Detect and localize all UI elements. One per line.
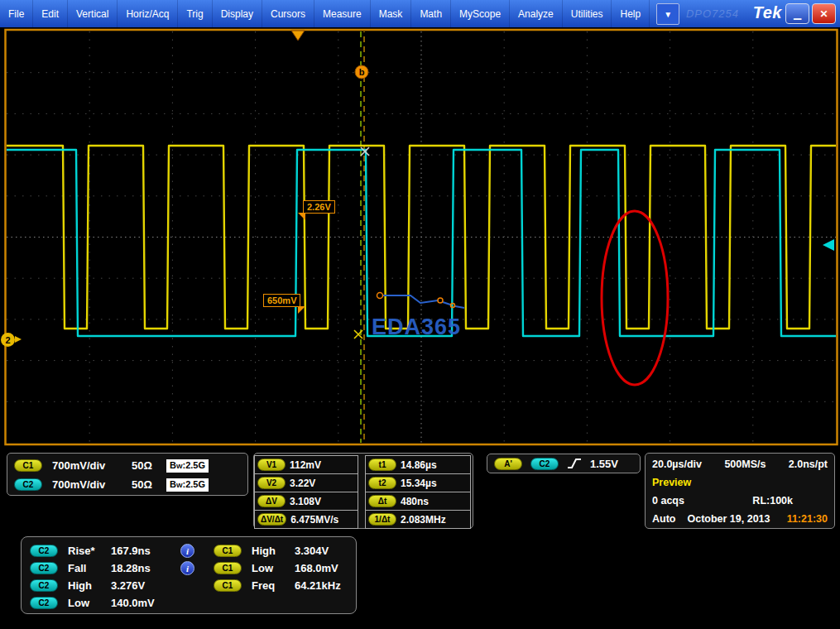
horizontal-panel: 20.0µs/div 500MS/s 2.0ns/pt Preview 0 ac… [645, 453, 835, 529]
bw-sub: W [176, 459, 183, 474]
model-watermark: DPO7254 [686, 7, 739, 20]
measurement-label: High [252, 545, 291, 557]
acq-mode: Preview [652, 477, 691, 488]
menu-item-cursors[interactable]: Cursors [262, 0, 314, 27]
trigger-panel: A' C2 1.55V [487, 454, 641, 473]
measurement-row: C2Fall18.28nsi [30, 559, 194, 577]
trigger-channel-badge[interactable]: C2 [530, 458, 559, 470]
eda365-watermark: EDA365 [372, 314, 461, 340]
measurement-row: C2Rise*167.9nsi [30, 542, 194, 559]
measurement-row: C2Low140.0mV [30, 594, 194, 612]
cursor-value: 480ns [401, 496, 429, 507]
cursor-badge[interactable]: ΔV/Δt [257, 513, 286, 526]
measurement-label: High [68, 579, 108, 592]
measurement-column-c1: C1High3.304VC1Low168.0mVC1Freq64.21kHz [214, 542, 354, 594]
bandwidth-limit: BW:2.5G [166, 459, 209, 473]
bw-sub: W [176, 478, 183, 493]
date-readout: October 19, 2013 [687, 513, 770, 525]
cursor-readout-cell: 1/Δt2.083MHz [365, 510, 471, 529]
tek-logo: Tek [753, 3, 782, 22]
vertical-row: C2700mV/div50ΩBW:2.5G [7, 475, 247, 494]
bw-prefix: B [170, 478, 176, 491]
measurement-value: 18.28ns [111, 562, 170, 574]
channel-badge-c1[interactable]: C1 [14, 459, 42, 472]
measurement-column-c2: C2Rise*167.9nsiC2Fall18.28nsiC2High3.276… [30, 542, 194, 612]
menu-item-display[interactable]: Display [213, 0, 262, 27]
close-button[interactable]: ✕ [812, 3, 836, 24]
record-length: RL:100k [752, 495, 793, 507]
cursor-badge[interactable]: Δt [368, 495, 396, 507]
menu-bar: FileEditVerticalHoriz/AcqTrigDisplayCurs… [0, 0, 840, 27]
cursor-time-column: t114.86µst215.34µsΔt480ns1/Δt2.083MHz [365, 456, 471, 529]
menu-item-trig[interactable]: Trig [178, 0, 212, 27]
clock-readout: 11:21:30 [787, 513, 828, 525]
menu-item-horizacq[interactable]: Horiz/Acq [118, 0, 178, 27]
menu-item-analyze[interactable]: Analyze [510, 0, 563, 27]
cursor-balloon-label: b [359, 67, 365, 77]
menu-item-help[interactable]: Help [612, 0, 650, 27]
cursor-badge[interactable]: V2 [257, 477, 286, 489]
measurement-value: 3.304V [295, 545, 354, 557]
cursor-value: 112mV [290, 459, 321, 471]
channel-badge-c2[interactable]: C2 [14, 478, 42, 491]
menu-item-mask[interactable]: Mask [371, 0, 412, 27]
menu-dropdown-button[interactable]: ▼ [656, 3, 679, 25]
measurement-value: 168.0mV [295, 562, 354, 574]
bw-value: :2.5G [183, 478, 206, 491]
oscilloscope-app: { "menu": { "items": ["File","Edit","Ver… [0, 0, 840, 629]
cursor-readout-cell: Δt480ns [365, 492, 471, 511]
channel-badge-c1[interactable]: C1 [214, 562, 242, 574]
sample-rate: 500MS/s [724, 459, 766, 470]
menu-item-file[interactable]: File [0, 0, 33, 27]
readout-area: C1700mV/div50ΩBW:2.5GC2700mV/div50ΩBW:2.… [0, 449, 840, 629]
info-icon[interactable]: i [180, 561, 194, 575]
channel-2-marker[interactable]: 2 [1, 333, 15, 347]
info-icon[interactable]: i [180, 544, 194, 558]
cursor-value: 14.86µs [401, 459, 437, 471]
termination: 50Ω [132, 478, 166, 491]
measurement-label: Rise* [68, 545, 108, 557]
vertical-scale: 700mV/div [52, 478, 132, 491]
timebase: 20.0µs/div [652, 459, 702, 470]
cursor-badge[interactable]: t1 [368, 459, 396, 471]
menu-item-myscope[interactable]: MyScope [451, 0, 510, 27]
channel-badge-c1[interactable]: C1 [214, 579, 242, 592]
menu-item-math[interactable]: Math [411, 0, 451, 27]
rising-edge-icon [567, 457, 582, 470]
trigger-source-badge[interactable]: A' [494, 458, 522, 470]
menu-item-utilities[interactable]: Utilities [563, 0, 612, 27]
menu-item-measure[interactable]: Measure [314, 0, 371, 27]
channel-badge-c1[interactable]: C1 [214, 545, 242, 557]
bw-value: :2.5G [183, 459, 206, 472]
channel-badge-c2[interactable]: C2 [30, 579, 58, 592]
channel-badge-c2[interactable]: C2 [30, 562, 58, 574]
cursor-readout-cell: V23.22V [254, 473, 358, 492]
cursor-value: 3.22V [290, 478, 315, 489]
voltage-tag-1: 2.26V [303, 200, 335, 214]
c2-level-arrow[interactable] [823, 239, 834, 251]
cursor-readout-cell: ΔV3.108V [254, 492, 358, 511]
cursor-badge[interactable]: 1/Δt [368, 513, 396, 526]
menu-item-vertical[interactable]: Vertical [68, 0, 118, 27]
channel-badge-c2[interactable]: C2 [30, 597, 58, 609]
channel-badge-c2[interactable]: C2 [30, 545, 58, 557]
cursor-badge[interactable]: t2 [368, 477, 396, 489]
waveform-display: b 2.26V 650mV EDA365 2 [0, 27, 840, 449]
cursor-value: 6.475MV/s [290, 514, 338, 526]
measurement-row: C2High3.276V [30, 577, 194, 594]
cursor-badge[interactable]: V1 [257, 459, 286, 471]
measurement-label: Low [252, 562, 291, 574]
trigger-position-icon[interactable] [291, 31, 305, 41]
cursor-readout-cell: V1112mV [254, 455, 358, 474]
chevron-down-icon: ▼ [664, 10, 672, 19]
trigger-mode: Auto [652, 513, 675, 525]
cursor-readout-cell: ΔV/Δt6.475MV/s [254, 510, 358, 529]
measurement-label: Freq [252, 579, 291, 592]
measurement-row: C1Freq64.21kHz [214, 577, 354, 594]
watermark-circuit-node [377, 293, 383, 299]
menu-item-edit[interactable]: Edit [33, 0, 68, 27]
measurement-panel: C2Rise*167.9nsiC2Fall18.28nsiC2High3.276… [21, 536, 357, 614]
minimize-button[interactable]: ▁ [785, 3, 809, 24]
cursor-badge[interactable]: ΔV [257, 495, 286, 507]
cursor-readout-cell: t215.34µs [365, 473, 471, 492]
